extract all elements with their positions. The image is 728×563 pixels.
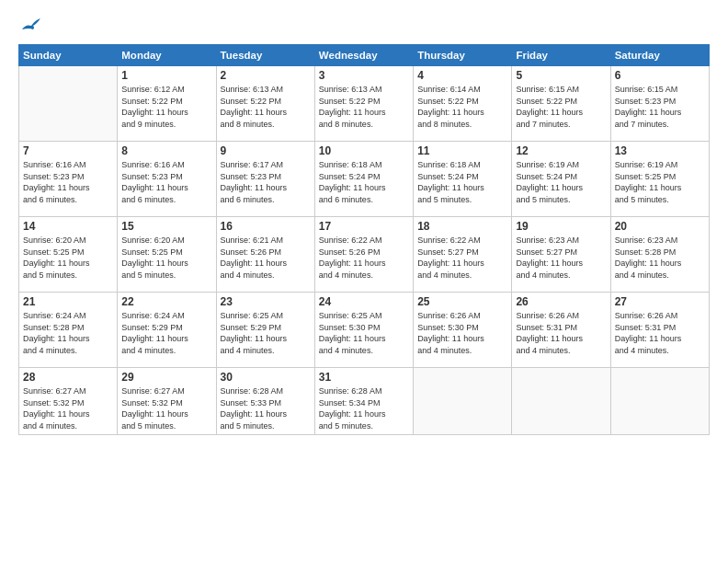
logo (18, 17, 40, 33)
calendar-cell: 3Sunrise: 6:13 AMSunset: 5:22 PMDaylight… (314, 66, 413, 142)
day-info: Sunrise: 6:19 AMSunset: 5:24 PMDaylight:… (516, 159, 606, 205)
column-header-wednesday: Wednesday (314, 45, 413, 66)
day-info: Sunrise: 6:24 AMSunset: 5:29 PMDaylight:… (121, 310, 211, 356)
day-number: 3 (319, 69, 409, 82)
day-info: Sunrise: 6:22 AMSunset: 5:27 PMDaylight:… (417, 235, 507, 281)
calendar-cell: 18Sunrise: 6:22 AMSunset: 5:27 PMDayligh… (414, 217, 512, 293)
day-info: Sunrise: 6:15 AMSunset: 5:23 PMDaylight:… (615, 84, 705, 130)
day-number: 4 (417, 69, 507, 82)
day-info: Sunrise: 6:26 AMSunset: 5:31 PMDaylight:… (615, 310, 705, 356)
day-number: 14 (23, 220, 113, 233)
day-info: Sunrise: 6:13 AMSunset: 5:22 PMDaylight:… (221, 84, 311, 130)
calendar-cell: 29Sunrise: 6:27 AMSunset: 5:32 PMDayligh… (118, 368, 216, 435)
day-number: 9 (221, 144, 311, 157)
day-info: Sunrise: 6:12 AMSunset: 5:22 PMDaylight:… (121, 84, 211, 130)
day-info: Sunrise: 6:14 AMSunset: 5:22 PMDaylight:… (417, 84, 507, 130)
calendar-cell: 20Sunrise: 6:23 AMSunset: 5:28 PMDayligh… (610, 217, 709, 293)
day-info: Sunrise: 6:25 AMSunset: 5:29 PMDaylight:… (221, 310, 311, 356)
calendar-cell (512, 368, 610, 435)
calendar-cell: 14Sunrise: 6:20 AMSunset: 5:25 PMDayligh… (19, 217, 118, 293)
calendar-cell: 23Sunrise: 6:25 AMSunset: 5:29 PMDayligh… (216, 293, 314, 368)
calendar-week-row: 1Sunrise: 6:12 AMSunset: 5:22 PMDaylight… (19, 66, 710, 142)
calendar-cell: 12Sunrise: 6:19 AMSunset: 5:24 PMDayligh… (512, 142, 610, 217)
calendar-cell: 24Sunrise: 6:25 AMSunset: 5:30 PMDayligh… (314, 293, 413, 368)
calendar-cell: 26Sunrise: 6:26 AMSunset: 5:31 PMDayligh… (512, 293, 610, 368)
day-info: Sunrise: 6:18 AMSunset: 5:24 PMDaylight:… (319, 159, 409, 205)
day-info: Sunrise: 6:19 AMSunset: 5:25 PMDaylight:… (615, 159, 705, 205)
day-number: 1 (121, 69, 211, 82)
day-number: 16 (221, 220, 311, 233)
day-info: Sunrise: 6:24 AMSunset: 5:28 PMDaylight:… (23, 310, 113, 356)
day-number: 29 (121, 371, 211, 384)
day-number: 21 (23, 295, 113, 308)
day-info: Sunrise: 6:15 AMSunset: 5:22 PMDaylight:… (516, 84, 606, 130)
day-number: 28 (23, 371, 113, 384)
day-info: Sunrise: 6:22 AMSunset: 5:26 PMDaylight:… (319, 235, 409, 281)
calendar-cell: 11Sunrise: 6:18 AMSunset: 5:24 PMDayligh… (414, 142, 512, 217)
day-number: 5 (516, 69, 606, 82)
day-number: 18 (417, 220, 507, 233)
day-info: Sunrise: 6:16 AMSunset: 5:23 PMDaylight:… (121, 159, 211, 205)
day-info: Sunrise: 6:20 AMSunset: 5:25 PMDaylight:… (23, 235, 113, 281)
day-number: 19 (516, 220, 606, 233)
column-header-monday: Monday (118, 45, 216, 66)
calendar-week-row: 21Sunrise: 6:24 AMSunset: 5:28 PMDayligh… (19, 293, 710, 368)
calendar-cell: 19Sunrise: 6:23 AMSunset: 5:27 PMDayligh… (512, 217, 610, 293)
day-info: Sunrise: 6:23 AMSunset: 5:28 PMDaylight:… (615, 235, 705, 281)
day-number: 27 (615, 295, 705, 308)
calendar-cell: 15Sunrise: 6:20 AMSunset: 5:25 PMDayligh… (118, 217, 216, 293)
column-header-sunday: Sunday (19, 45, 118, 66)
day-number: 23 (221, 295, 311, 308)
calendar-cell (19, 66, 118, 142)
day-number: 26 (516, 295, 606, 308)
calendar-cell: 21Sunrise: 6:24 AMSunset: 5:28 PMDayligh… (19, 293, 118, 368)
day-info: Sunrise: 6:16 AMSunset: 5:23 PMDaylight:… (23, 159, 113, 205)
calendar-header-row: SundayMondayTuesdayWednesdayThursdayFrid… (19, 45, 710, 66)
day-number: 25 (417, 295, 507, 308)
day-info: Sunrise: 6:13 AMSunset: 5:22 PMDaylight:… (319, 84, 409, 130)
day-info: Sunrise: 6:23 AMSunset: 5:27 PMDaylight:… (516, 235, 606, 281)
calendar-cell: 27Sunrise: 6:26 AMSunset: 5:31 PMDayligh… (610, 293, 709, 368)
calendar-cell: 17Sunrise: 6:22 AMSunset: 5:26 PMDayligh… (314, 217, 413, 293)
day-number: 15 (121, 220, 211, 233)
day-info: Sunrise: 6:26 AMSunset: 5:31 PMDaylight:… (516, 310, 606, 356)
calendar-cell: 7Sunrise: 6:16 AMSunset: 5:23 PMDaylight… (19, 142, 118, 217)
logo-bird-icon (20, 17, 40, 33)
day-number: 2 (221, 69, 311, 82)
day-info: Sunrise: 6:21 AMSunset: 5:26 PMDaylight:… (221, 235, 311, 281)
day-number: 20 (615, 220, 705, 233)
calendar-cell: 8Sunrise: 6:16 AMSunset: 5:23 PMDaylight… (118, 142, 216, 217)
day-number: 30 (221, 371, 311, 384)
day-number: 7 (23, 144, 113, 157)
day-number: 12 (516, 144, 606, 157)
day-number: 11 (417, 144, 507, 157)
day-number: 31 (319, 371, 409, 384)
day-info: Sunrise: 6:17 AMSunset: 5:23 PMDaylight:… (221, 159, 311, 205)
calendar-cell: 9Sunrise: 6:17 AMSunset: 5:23 PMDaylight… (216, 142, 314, 217)
day-info: Sunrise: 6:27 AMSunset: 5:32 PMDaylight:… (121, 385, 211, 431)
calendar-cell: 25Sunrise: 6:26 AMSunset: 5:30 PMDayligh… (414, 293, 512, 368)
column-header-friday: Friday (512, 45, 610, 66)
column-header-tuesday: Tuesday (216, 45, 314, 66)
day-number: 24 (319, 295, 409, 308)
calendar-cell: 4Sunrise: 6:14 AMSunset: 5:22 PMDaylight… (414, 66, 512, 142)
calendar-cell: 28Sunrise: 6:27 AMSunset: 5:32 PMDayligh… (19, 368, 118, 435)
calendar-week-row: 14Sunrise: 6:20 AMSunset: 5:25 PMDayligh… (19, 217, 710, 293)
day-number: 6 (615, 69, 705, 82)
day-number: 17 (319, 220, 409, 233)
calendar-cell: 13Sunrise: 6:19 AMSunset: 5:25 PMDayligh… (610, 142, 709, 217)
day-number: 10 (319, 144, 409, 157)
day-info: Sunrise: 6:27 AMSunset: 5:32 PMDaylight:… (23, 385, 113, 431)
calendar-cell: 2Sunrise: 6:13 AMSunset: 5:22 PMDaylight… (216, 66, 314, 142)
day-number: 22 (121, 295, 211, 308)
day-number: 13 (615, 144, 705, 157)
header (18, 17, 710, 33)
day-info: Sunrise: 6:26 AMSunset: 5:30 PMDaylight:… (417, 310, 507, 356)
day-info: Sunrise: 6:28 AMSunset: 5:34 PMDaylight:… (319, 385, 409, 431)
day-info: Sunrise: 6:28 AMSunset: 5:33 PMDaylight:… (221, 385, 311, 431)
calendar-cell: 6Sunrise: 6:15 AMSunset: 5:23 PMDaylight… (610, 66, 709, 142)
calendar-cell: 22Sunrise: 6:24 AMSunset: 5:29 PMDayligh… (118, 293, 216, 368)
calendar-cell (610, 368, 709, 435)
day-number: 8 (121, 144, 211, 157)
calendar-cell: 16Sunrise: 6:21 AMSunset: 5:26 PMDayligh… (216, 217, 314, 293)
